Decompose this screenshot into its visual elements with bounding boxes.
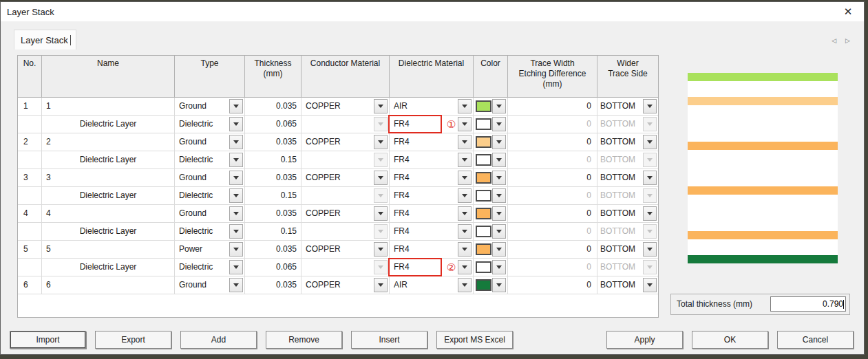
cell-dielectric-material[interactable]: FR4 — [390, 187, 474, 204]
cell-layer-color[interactable] — [474, 205, 508, 222]
wider-trace-side-dropdown[interactable] — [643, 206, 657, 221]
cancel-button[interactable]: Cancel — [777, 331, 854, 349]
cell-dielectric-material[interactable]: FR4 — [390, 169, 474, 186]
conductor-material-dropdown[interactable] — [374, 171, 388, 185]
cell-conductor-material[interactable]: COPPER — [301, 133, 390, 151]
cell-thickness[interactable]: 0.065 — [245, 259, 301, 276]
cell-layer-type[interactable]: Dielectric — [175, 116, 245, 133]
wider-trace-side-dropdown[interactable] — [643, 278, 657, 292]
cell-layer-color[interactable] — [474, 223, 508, 240]
cell-layer-name[interactable]: Dielectric Layer — [42, 151, 175, 168]
total-thickness-input[interactable]: 0.790 — [770, 296, 846, 312]
tab-layer-stack[interactable]: Layer Stack — [14, 30, 76, 50]
export-button[interactable]: Export — [95, 331, 171, 349]
cell-etching-difference[interactable]: 0 — [508, 116, 597, 133]
cell-layer-color[interactable] — [474, 116, 508, 133]
cell-thickness[interactable]: 0.15 — [245, 187, 301, 204]
cell-layer-color[interactable] — [474, 241, 508, 258]
cell-conductor-material[interactable]: COPPER — [301, 276, 390, 294]
tab-nav-right-icon[interactable]: ▷ — [845, 36, 850, 45]
cell-layer-name[interactable]: 4 — [42, 205, 175, 222]
cell-wider-trace-side[interactable]: BOTTOM — [597, 133, 658, 151]
remove-button[interactable]: Remove — [266, 331, 342, 349]
cell-dielectric-material[interactable]: FR4 — [390, 241, 474, 258]
cell-etching-difference[interactable]: 0 — [508, 151, 597, 168]
cell-layer-type[interactable]: Ground — [175, 169, 245, 186]
cell-wider-trace-side[interactable]: BOTTOM — [597, 259, 658, 276]
color-dropdown[interactable] — [492, 135, 506, 149]
dielectric-material-dropdown[interactable] — [458, 153, 472, 167]
cell-etching-difference[interactable]: 0 — [508, 169, 597, 186]
dielectric-material-dropdown[interactable] — [458, 135, 472, 149]
cell-conductor-material[interactable] — [301, 151, 390, 168]
cell-conductor-material[interactable]: COPPER — [301, 169, 390, 186]
dielectric-material-dropdown[interactable] — [458, 278, 472, 292]
apply-button[interactable]: Apply — [606, 331, 683, 349]
color-dropdown[interactable] — [492, 242, 506, 257]
cell-layer-name[interactable]: 3 — [42, 169, 175, 186]
import-button[interactable]: Import — [10, 331, 86, 349]
conductor-material-dropdown[interactable] — [374, 242, 388, 257]
conductor-material-dropdown[interactable] — [374, 99, 388, 113]
color-swatch[interactable] — [476, 100, 491, 112]
cell-dielectric-material[interactable]: FR4 — [390, 151, 474, 168]
dielectric-material-dropdown[interactable] — [458, 206, 472, 221]
add-button[interactable]: Add — [180, 331, 257, 349]
color-swatch[interactable] — [476, 261, 491, 273]
cell-thickness[interactable]: 0.15 — [245, 223, 301, 240]
cell-dielectric-material[interactable]: AIR — [390, 276, 474, 294]
layer-type-dropdown[interactable] — [229, 278, 243, 292]
layer-type-dropdown[interactable] — [229, 260, 243, 274]
cell-layer-color[interactable] — [474, 151, 508, 168]
cell-layer-type[interactable]: Power — [175, 241, 245, 258]
dielectric-material-dropdown[interactable] — [458, 99, 472, 113]
cell-thickness[interactable]: 0.15 — [245, 151, 301, 168]
color-swatch[interactable] — [476, 243, 491, 255]
cell-layer-type[interactable]: Ground — [175, 276, 245, 294]
cell-wider-trace-side[interactable]: BOTTOM — [597, 187, 658, 204]
cell-layer-name[interactable]: Dielectric Layer — [42, 259, 175, 276]
wider-trace-side-dropdown[interactable] — [643, 135, 657, 149]
cell-wider-trace-side[interactable]: BOTTOM — [597, 223, 658, 240]
cell-dielectric-material[interactable]: FR4② — [390, 259, 474, 276]
cell-etching-difference[interactable]: 0 — [508, 187, 597, 204]
cell-layer-type[interactable]: Dielectric — [175, 223, 245, 240]
export-ms-excel-button[interactable]: Export MS Excel — [436, 331, 513, 349]
cell-layer-name[interactable]: 6 — [42, 276, 175, 294]
cell-wider-trace-side[interactable]: BOTTOM — [597, 151, 658, 168]
cell-layer-type[interactable]: Ground — [175, 205, 245, 222]
color-swatch[interactable] — [476, 226, 491, 237]
color-dropdown[interactable] — [492, 99, 506, 113]
color-dropdown[interactable] — [492, 260, 506, 274]
cell-thickness[interactable]: 0.035 — [245, 133, 301, 151]
cell-etching-difference[interactable]: 0 — [508, 259, 597, 276]
cell-conductor-material[interactable]: COPPER — [301, 205, 390, 222]
cell-layer-name[interactable]: Dielectric Layer — [42, 116, 175, 133]
cell-wider-trace-side[interactable]: BOTTOM — [597, 205, 658, 222]
layer-type-dropdown[interactable] — [229, 188, 243, 203]
cell-etching-difference[interactable]: 0 — [508, 223, 597, 240]
cell-layer-color[interactable] — [474, 276, 508, 294]
color-dropdown[interactable] — [492, 171, 506, 185]
ok-button[interactable]: OK — [692, 331, 768, 349]
cell-layer-color[interactable] — [474, 98, 508, 115]
conductor-material-dropdown[interactable] — [374, 278, 388, 292]
cell-layer-type[interactable]: Ground — [175, 98, 245, 115]
cell-conductor-material[interactable] — [301, 187, 390, 204]
color-swatch[interactable] — [476, 190, 491, 202]
layer-type-dropdown[interactable] — [229, 135, 243, 149]
cell-conductor-material[interactable]: COPPER — [301, 241, 390, 258]
color-swatch[interactable] — [476, 172, 491, 184]
layer-type-dropdown[interactable] — [229, 242, 243, 257]
cell-layer-type[interactable]: Ground — [175, 133, 245, 151]
cell-etching-difference[interactable]: 0 — [508, 276, 597, 294]
cell-etching-difference[interactable]: 0 — [508, 98, 597, 115]
dielectric-material-dropdown[interactable] — [458, 224, 472, 239]
cell-etching-difference[interactable]: 0 — [508, 205, 597, 222]
color-dropdown[interactable] — [492, 206, 506, 221]
layer-type-dropdown[interactable] — [229, 99, 243, 113]
dielectric-material-dropdown[interactable] — [458, 260, 472, 274]
cell-thickness[interactable]: 0.035 — [245, 205, 301, 222]
dielectric-material-dropdown[interactable] — [458, 242, 472, 257]
cell-layer-color[interactable] — [474, 259, 508, 276]
